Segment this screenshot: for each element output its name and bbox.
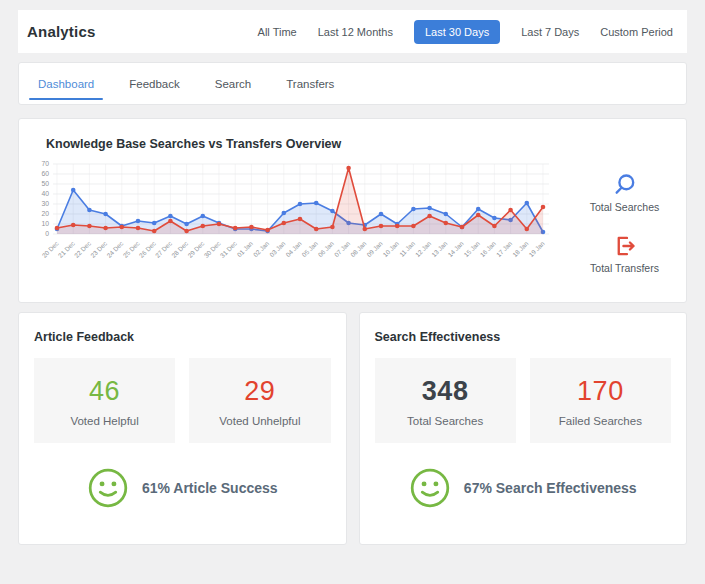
svg-text:11 Jan: 11 Jan: [398, 239, 416, 257]
chart-title: Knowledge Base Searches vs Transfers Ove…: [46, 137, 676, 151]
svg-text:31 Dec: 31 Dec: [219, 239, 239, 259]
stats-row: 46 Voted Helpful 29 Voted Unhelpful: [34, 358, 331, 443]
search-effectiveness-card: Search Effectiveness 348 Total Searches …: [359, 312, 688, 545]
svg-text:18 Jan: 18 Jan: [511, 239, 530, 258]
article-success-row: 61% Article Success: [34, 467, 331, 509]
filter-custom-period[interactable]: Custom Period: [600, 26, 673, 38]
stat-label: Total Searches: [375, 415, 516, 427]
article-success-text: 61% Article Success: [142, 480, 278, 496]
tab-search[interactable]: Search: [215, 63, 251, 104]
top-bar: Analytics All Time Last 12 Months Last 3…: [18, 10, 687, 53]
stat-label: Failed Searches: [530, 415, 671, 427]
card-title: Article Feedback: [34, 330, 331, 344]
summary-cards-row: Article Feedback 46 Voted Helpful 29 Vot…: [18, 312, 687, 545]
svg-text:10: 10: [41, 220, 49, 227]
svg-text:15 Jan: 15 Jan: [462, 239, 481, 258]
svg-text:50: 50: [41, 180, 49, 187]
stat-label: Voted Unhelpful: [189, 415, 330, 427]
search-success-text: 67% Search Effectiveness: [464, 480, 637, 496]
legend-label: Total Searches: [590, 201, 659, 213]
stat-failed-searches: 170 Failed Searches: [530, 358, 671, 443]
time-filter-group: All Time Last 12 Months Last 30 Days Las…: [258, 20, 673, 44]
svg-text:60: 60: [41, 170, 49, 177]
stat-value: 29: [189, 376, 330, 407]
svg-text:12 Jan: 12 Jan: [414, 239, 433, 258]
tab-feedback[interactable]: Feedback: [129, 63, 180, 104]
smiley-icon: [87, 467, 129, 509]
stat-total-searches: 348 Total Searches: [375, 358, 516, 443]
stats-row: 348 Total Searches 170 Failed Searches: [375, 358, 672, 443]
tab-transfers[interactable]: Transfers: [286, 63, 334, 104]
filter-last-30-days[interactable]: Last 30 Days: [414, 20, 500, 44]
svg-text:01 Jan: 01 Jan: [236, 239, 255, 258]
svg-text:17 Jan: 17 Jan: [495, 239, 514, 258]
svg-text:40: 40: [41, 190, 49, 197]
svg-text:04 Jan: 04 Jan: [284, 239, 303, 258]
svg-text:16 Jan: 16 Jan: [479, 239, 498, 258]
legend-total-searches[interactable]: Total Searches: [590, 172, 659, 213]
svg-text:10 Jan: 10 Jan: [381, 239, 400, 258]
svg-text:09 Jan: 09 Jan: [365, 239, 384, 258]
chart-row: 01020304050607020 Dec21 Dec22 Dec23 Dec2…: [33, 156, 676, 290]
filter-all-time[interactable]: All Time: [258, 26, 297, 38]
chart-legend: Total Searches Total Transfers: [573, 156, 676, 290]
svg-text:20: 20: [41, 210, 49, 217]
article-feedback-card: Article Feedback 46 Voted Helpful 29 Vot…: [18, 312, 347, 545]
stat-voted-unhelpful: 29 Voted Unhelpful: [189, 358, 330, 443]
svg-text:03 Jan: 03 Jan: [268, 239, 287, 258]
svg-text:0: 0: [45, 230, 49, 237]
legend-label: Total Transfers: [590, 262, 659, 274]
svg-text:14 Jan: 14 Jan: [446, 239, 465, 258]
card-title: Search Effectiveness: [375, 330, 672, 344]
svg-text:30: 30: [41, 200, 49, 207]
stat-value: 170: [530, 376, 671, 407]
search-success-row: 67% Search Effectiveness: [375, 467, 672, 509]
svg-text:19 Jan: 19 Jan: [527, 239, 546, 258]
page-title: Analytics: [27, 23, 96, 40]
svg-text:06 Jan: 06 Jan: [317, 239, 336, 258]
stat-label: Voted Helpful: [34, 415, 175, 427]
filter-last-7-days[interactable]: Last 7 Days: [521, 26, 579, 38]
chart-card: Knowledge Base Searches vs Transfers Ove…: [18, 118, 687, 303]
svg-text:05 Jan: 05 Jan: [300, 239, 319, 258]
svg-text:70: 70: [41, 160, 49, 167]
tab-dashboard[interactable]: Dashboard: [38, 63, 94, 104]
stat-voted-helpful: 46 Voted Helpful: [34, 358, 175, 443]
stat-value: 348: [375, 376, 516, 407]
tab-bar: Dashboard Feedback Search Transfers: [18, 62, 687, 105]
stat-value: 46: [34, 376, 175, 407]
svg-text:13 Jan: 13 Jan: [430, 239, 449, 258]
transfer-icon: [612, 233, 638, 259]
smiley-icon: [409, 467, 451, 509]
legend-total-transfers[interactable]: Total Transfers: [590, 233, 659, 274]
analytics-page: Analytics All Time Last 12 Months Last 3…: [0, 0, 705, 545]
svg-text:02 Jan: 02 Jan: [252, 239, 271, 258]
searches-vs-transfers-chart: 01020304050607020 Dec21 Dec22 Dec23 Dec2…: [33, 156, 573, 290]
svg-text:08 Jan: 08 Jan: [349, 239, 368, 258]
svg-text:07 Jan: 07 Jan: [333, 239, 352, 258]
search-icon: [612, 172, 638, 198]
filter-last-12-months[interactable]: Last 12 Months: [318, 26, 393, 38]
